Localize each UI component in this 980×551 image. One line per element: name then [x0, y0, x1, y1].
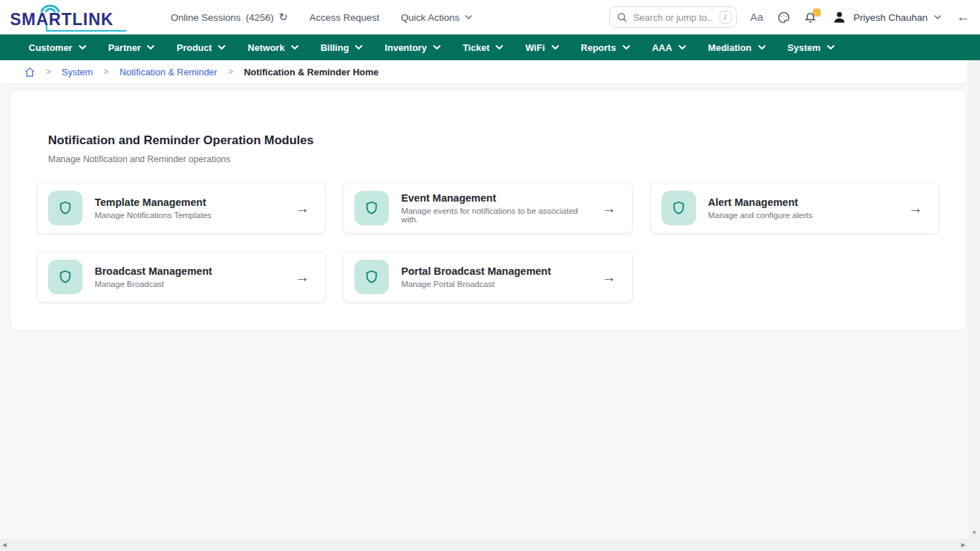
- breadcrumb: > System > Notification & Reminder > Not…: [0, 60, 967, 83]
- breadcrumb-current-page: Notification & Reminder Home: [244, 67, 379, 77]
- top-header: SMARTLINK Online Sessions (4256) ↻ Acces…: [0, 0, 980, 34]
- collapse-back-arrow[interactable]: ←: [956, 9, 970, 25]
- nav-item-system[interactable]: System: [788, 42, 834, 53]
- theme-palette-icon[interactable]: [777, 11, 791, 24]
- arrow-right-icon: →: [602, 269, 616, 286]
- card-template-management[interactable]: Template Management Manage Notifications…: [37, 182, 326, 234]
- page-title: Notification and Reminder Operation Modu…: [48, 133, 939, 148]
- nav-item-billing[interactable]: Billing: [321, 42, 363, 53]
- smartlink-logo[interactable]: SMARTLINK: [9, 3, 129, 32]
- card-description: Manage Broadcast: [95, 280, 283, 288]
- nav-item-ticket[interactable]: Ticket: [463, 42, 503, 53]
- breadcrumb-separator: >: [46, 67, 51, 77]
- search-input[interactable]: [632, 11, 715, 24]
- nav-item-reports[interactable]: Reports: [581, 42, 630, 53]
- user-name: Priyesh Chauhan: [853, 12, 928, 23]
- shield-icon: [48, 260, 83, 294]
- nav-item-inventory[interactable]: Inventory: [385, 42, 440, 53]
- online-sessions[interactable]: Online Sessions (4256) ↻: [171, 11, 288, 24]
- arrow-right-icon: →: [602, 200, 616, 217]
- chevron-down-icon: [758, 45, 765, 50]
- home-icon[interactable]: [24, 67, 35, 77]
- arrow-right-icon: →: [295, 200, 309, 217]
- card-title: Portal Broadcast Management: [401, 265, 589, 277]
- access-request-link[interactable]: Access Request: [309, 12, 380, 23]
- chevron-down-icon: [433, 45, 440, 50]
- chevron-down-icon: [623, 45, 630, 50]
- avatar: [832, 10, 847, 24]
- search-icon: [617, 12, 627, 22]
- user-menu[interactable]: Priyesh Chauhan: [832, 10, 941, 24]
- refresh-icon[interactable]: ↻: [279, 11, 288, 24]
- online-sessions-label: Online Sessions: [171, 12, 241, 23]
- chevron-down-icon: [827, 45, 834, 50]
- card-event-management[interactable]: Event Management Manage events for notif…: [343, 182, 632, 234]
- card-description: Manage and configure alerts: [708, 211, 896, 220]
- vertical-scrollbar[interactable]: ▼: [969, 60, 980, 539]
- notifications-bell-icon[interactable]: [804, 10, 819, 24]
- breadcrumb-separator: >: [228, 67, 233, 77]
- arrow-right-icon: →: [295, 269, 309, 286]
- chevron-down-icon: [291, 45, 298, 50]
- module-cards-grid: Template Management Manage Notifications…: [37, 182, 939, 303]
- chevron-down-icon: [79, 45, 86, 50]
- card-alert-management[interactable]: Alert Management Manage and configure al…: [650, 182, 939, 234]
- chevron-down-icon: [355, 45, 362, 50]
- card-description: Manage Portal Broadcast: [401, 280, 589, 288]
- chevron-down-icon: [218, 45, 225, 50]
- card-description: Manage Notifications Templates: [95, 211, 283, 220]
- chevron-down-icon: [147, 45, 154, 50]
- nav-item-network[interactable]: Network: [248, 42, 298, 53]
- nav-item-partner[interactable]: Partner: [108, 42, 155, 53]
- card-title: Template Management: [95, 197, 283, 208]
- shield-icon: [354, 191, 389, 225]
- shield-icon: [661, 191, 696, 225]
- font-size-toggle[interactable]: Aa: [750, 11, 764, 23]
- nav-item-aaa[interactable]: AAA: [652, 42, 686, 53]
- scroll-right-arrow[interactable]: ▶: [961, 542, 966, 548]
- quick-actions-menu[interactable]: Quick Actions: [401, 12, 472, 23]
- card-description: Manage events for notifications to be as…: [401, 207, 589, 224]
- breadcrumb-link-notification-reminder[interactable]: Notification & Reminder: [119, 67, 217, 77]
- breadcrumb-separator: >: [103, 67, 108, 77]
- online-sessions-count: (4256): [246, 12, 274, 23]
- chevron-down-icon: [679, 45, 686, 50]
- search-shortcut-badge: /: [720, 11, 732, 24]
- horizontal-scrollbar[interactable]: ◀ ▶: [0, 539, 980, 551]
- card-portal-broadcast-management[interactable]: Portal Broadcast Management Manage Porta…: [343, 251, 632, 303]
- global-search: /: [609, 6, 737, 28]
- nav-item-product[interactable]: Product: [176, 42, 225, 53]
- chevron-down-icon: [465, 15, 472, 19]
- main-navbar: Customer Partner Product Network Billing…: [0, 34, 980, 60]
- scroll-down-arrow[interactable]: ▼: [971, 530, 977, 536]
- shield-icon: [48, 191, 83, 225]
- nav-item-customer[interactable]: Customer: [29, 42, 86, 53]
- nav-item-mediation[interactable]: Mediation: [708, 42, 765, 53]
- scroll-left-arrow[interactable]: ◀: [2, 542, 6, 548]
- card-title: Alert Management: [708, 197, 896, 208]
- breadcrumb-link-system[interactable]: System: [62, 67, 93, 77]
- chevron-down-icon: [934, 15, 941, 19]
- logo-underline: [46, 25, 126, 32]
- chevron-down-icon: [496, 45, 503, 50]
- page-subtitle: Manage Notification and Reminder operati…: [48, 154, 939, 164]
- card-title: Broadcast Management: [95, 265, 283, 277]
- arrow-right-icon: →: [908, 200, 923, 217]
- nav-item-wifi[interactable]: WiFi: [525, 42, 558, 53]
- chevron-down-icon: [552, 45, 559, 50]
- shield-icon: [354, 260, 389, 294]
- card-title: Event Management: [401, 192, 589, 204]
- card-broadcast-management[interactable]: Broadcast Management Manage Broadcast →: [37, 251, 326, 303]
- content-panel: Notification and Reminder Operation Modu…: [10, 90, 966, 331]
